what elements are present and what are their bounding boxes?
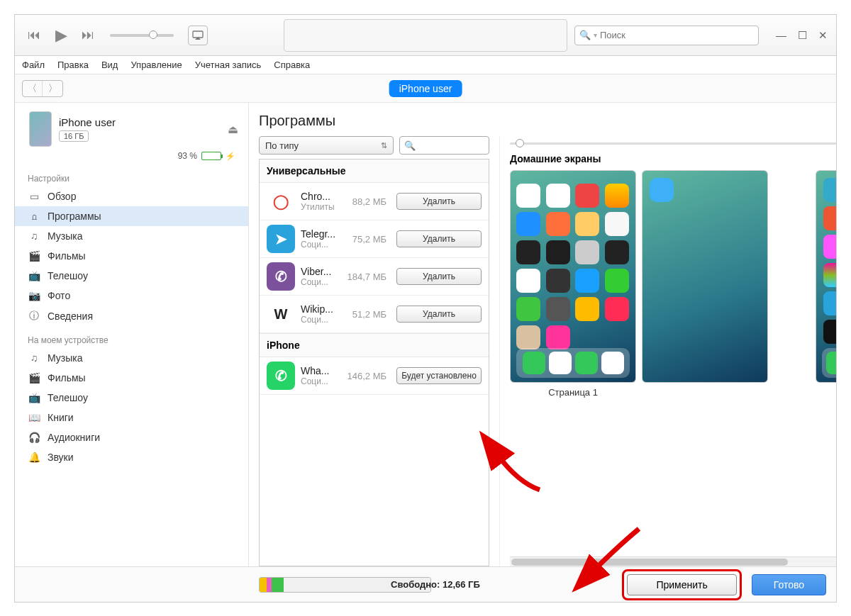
- charging-icon: ⚡: [226, 152, 235, 161]
- app-name: Chro...: [301, 191, 335, 202]
- device-tab[interactable]: iPhone user: [389, 80, 462, 97]
- prev-button[interactable]: ⏮: [23, 25, 45, 46]
- app-icon: W: [267, 300, 295, 328]
- sidebar-item-сведения[interactable]: ⓘСведения: [15, 306, 248, 327]
- app-size: 146,2 МБ: [341, 371, 386, 381]
- sidebar-item-аудиокниги[interactable]: 🎧Аудиокниги: [15, 427, 248, 447]
- sidebar-item-icon: 🎬: [28, 250, 40, 262]
- home-screens-panel: Домашние экраны: [499, 136, 836, 566]
- sidebar-item-обзор[interactable]: ▭Обзор: [15, 186, 248, 206]
- scrollbar-horizontal[interactable]: 〉: [510, 556, 836, 566]
- app-action-button[interactable]: Удалить: [396, 306, 482, 323]
- menu-help[interactable]: Справка: [274, 60, 310, 70]
- device-capacity: 16 ГБ: [59, 130, 89, 142]
- search-input[interactable]: [600, 30, 754, 40]
- app-action-button[interactable]: Удалить: [396, 193, 482, 210]
- menu-view[interactable]: Вид: [101, 60, 118, 70]
- menu-file[interactable]: Файл: [22, 60, 45, 70]
- apps-panel: По типу ⇅ 🔍 Универсальные ◯Chro...Утилит…: [259, 136, 489, 566]
- zoom-slider[interactable]: [510, 136, 836, 150]
- eject-button[interactable]: ⏏: [228, 123, 238, 136]
- content-area: Программы По типу ⇅ 🔍 Универсальные: [249, 103, 836, 566]
- sidebar-item-фото[interactable]: 📷Фото: [15, 286, 248, 306]
- titlebar: ⏮ ▶ ⏭ ☰ 🔍 ▾ — ☐ ✕: [15, 15, 836, 56]
- menu-edit[interactable]: Правка: [57, 60, 89, 70]
- device-thumbnail: [29, 111, 52, 147]
- now-playing-panel: [284, 19, 567, 52]
- sidebar-item-музыка[interactable]: ♫Музыка: [15, 226, 248, 246]
- app-action-button[interactable]: Удалить: [396, 268, 482, 285]
- chevron-updown-icon: ⇅: [381, 141, 387, 150]
- sidebar-item-музыка[interactable]: ♫Музыка: [15, 348, 248, 368]
- home-screen-2[interactable]: [642, 170, 768, 398]
- app-category: Соци...: [301, 315, 335, 325]
- sidebar-item-icon: 📷: [28, 290, 40, 301]
- sidebar-item-программы[interactable]: ⩍Программы: [15, 206, 248, 226]
- menu-controls[interactable]: Управление: [130, 60, 182, 70]
- sidebar-item-label: Телешоу: [48, 392, 88, 403]
- sidebar-item-телешоу[interactable]: 📺Телешоу: [15, 388, 248, 408]
- sidebar-item-icon: 📺: [28, 270, 40, 281]
- sidebar-item-звуки[interactable]: 🔔Звуки: [15, 447, 248, 467]
- app-size: 51,2 МБ: [341, 309, 386, 320]
- sidebar-item-label: Фильмы: [48, 250, 86, 262]
- next-button[interactable]: ⏭: [77, 25, 99, 46]
- app-name: Wha...: [301, 365, 335, 376]
- sidebar-item-icon: 🎬: [28, 372, 40, 383]
- volume-slider[interactable]: [110, 34, 174, 37]
- app-name: Telegr...: [301, 228, 335, 240]
- airplay-button[interactable]: [188, 26, 208, 45]
- app-category: Соци...: [301, 240, 335, 250]
- app-action-button[interactable]: Удалить: [396, 230, 482, 247]
- play-button[interactable]: ▶: [50, 25, 72, 46]
- search-box[interactable]: 🔍 ▾: [574, 26, 759, 45]
- sidebar-item-label: Программы: [48, 211, 101, 222]
- app-row[interactable]: ◯Chro...Утилиты88,2 МБУдалить: [260, 183, 489, 220]
- done-button[interactable]: Готово: [752, 574, 826, 595]
- apps-list[interactable]: Универсальные ◯Chro...Утилиты88,2 МБУдал…: [259, 159, 489, 566]
- minimize-button[interactable]: —: [776, 29, 786, 42]
- app-size: 75,2 МБ: [341, 234, 386, 245]
- nav-forward-button[interactable]: 〉: [43, 81, 62, 96]
- apply-button[interactable]: Применить: [627, 574, 736, 595]
- sidebar-item-icon: ♫: [28, 352, 40, 364]
- sidebar-item-icon: ▭: [28, 191, 40, 202]
- storage-segment: [272, 578, 284, 592]
- app-name: Wikip...: [301, 303, 335, 315]
- device-block: iPhone user 16 ГБ ⏏: [15, 103, 248, 151]
- apply-highlight: Применить: [622, 569, 741, 600]
- sidebar-item-label: Музыка: [48, 230, 83, 242]
- sidebar-item-icon: 🔔: [28, 452, 40, 463]
- chevron-down-icon: ▾: [594, 31, 597, 39]
- sidebar: iPhone user 16 ГБ ⏏ 93 % ⚡ Настройки ▭Об…: [15, 103, 249, 566]
- close-button[interactable]: ✕: [818, 29, 828, 42]
- sort-select[interactable]: По типу ⇅: [259, 136, 394, 155]
- group-header-iphone: iPhone: [260, 333, 489, 357]
- home-screen-1[interactable]: Страница 1: [510, 170, 636, 398]
- sidebar-item-icon: ♫: [28, 230, 40, 242]
- sidebar-item-книги[interactable]: 📖Книги: [15, 408, 248, 427]
- sidebar-item-фильмы[interactable]: 🎬Фильмы: [15, 246, 248, 266]
- home-screen-partial[interactable]: [774, 170, 836, 398]
- app-size: 88,2 МБ: [341, 196, 386, 207]
- sidebar-item-label: Обзор: [48, 191, 76, 202]
- app-row[interactable]: ✆Wha...Соци...146,2 МББудет установлено: [260, 357, 489, 395]
- app-row[interactable]: WWikip...Соци...51,2 МБУдалить: [260, 296, 489, 333]
- app-search-box[interactable]: 🔍: [399, 136, 489, 155]
- app-row[interactable]: ➤Telegr...Соци...75,2 МБУдалить: [260, 220, 489, 258]
- sidebar-item-label: Книги: [48, 412, 74, 423]
- sidebar-item-label: Музыка: [48, 352, 83, 364]
- sidebar-item-label: Фото: [48, 290, 70, 301]
- app-action-button[interactable]: Будет установлено: [396, 367, 482, 384]
- app-row[interactable]: ✆Viber...Соци...184,7 МБУдалить: [260, 258, 489, 296]
- sidebar-item-icon: 📖: [28, 412, 40, 423]
- sidebar-item-фильмы[interactable]: 🎬Фильмы: [15, 368, 248, 388]
- section-ondevice-label: На моем устройстве: [15, 327, 248, 348]
- menu-account[interactable]: Учетная запись: [195, 60, 262, 70]
- maximize-button[interactable]: ☐: [798, 29, 807, 42]
- sidebar-item-label: Фильмы: [48, 372, 86, 383]
- sidebar-item-icon: ⓘ: [28, 310, 40, 323]
- nav-back-button[interactable]: 〈: [23, 81, 43, 96]
- sidebar-item-телешоу[interactable]: 📺Телешоу: [15, 266, 248, 286]
- app-icon: ➤: [267, 225, 295, 253]
